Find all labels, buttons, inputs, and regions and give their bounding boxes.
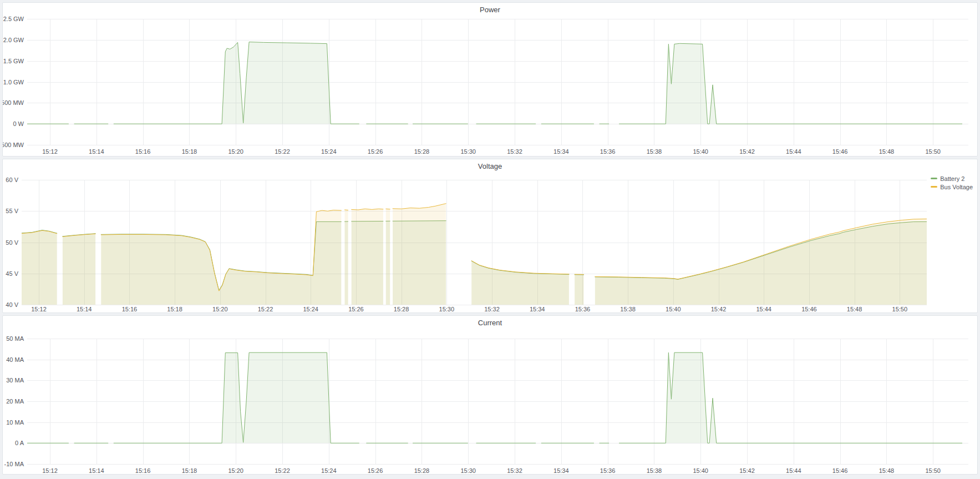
x-axis-tick-label: 15:36 [600, 148, 616, 155]
current-chart-svg: 50 MA40 MA30 MA20 MA10 MA0 A-10 MA15:121… [3, 316, 977, 474]
y-axis-tick-label: 55 V [6, 208, 18, 214]
x-axis-tick-label: 15:24 [321, 467, 337, 474]
x-axis-tick-label: 15:42 [711, 306, 727, 312]
x-axis-tick-label: 15:34 [554, 467, 569, 474]
x-axis-tick-label: 15:38 [620, 306, 636, 312]
y-axis-tick-label: 1.0 GW [3, 79, 24, 85]
x-axis-tick-label: 15:36 [575, 306, 591, 312]
x-axis-tick-label: 15:12 [42, 148, 58, 155]
x-axis-tick-label: 15:46 [801, 306, 817, 312]
x-axis-tick-label: 15:36 [600, 467, 616, 474]
x-axis-tick-label: 15:38 [647, 467, 662, 474]
y-axis-tick-label: 20 MA [6, 398, 24, 405]
x-axis-tick-label: 15:50 [925, 148, 941, 155]
x-axis-tick-label: 15:18 [167, 306, 182, 312]
y-axis-tick-label: 2.0 GW [3, 37, 24, 43]
y-axis-tick-label: 1.5 GW [3, 58, 24, 64]
series-area-current [620, 352, 962, 443]
current-chart[interactable]: 50 MA40 MA30 MA20 MA10 MA0 A-10 MA15:121… [3, 316, 977, 474]
y-axis-tick-label: 0 W [13, 120, 24, 127]
grafana-dashboard: { "page": { "background": "#eff1f4" }, "… [0, 0, 980, 479]
y-axis-tick-label: 45 V [6, 270, 18, 277]
y-axis-tick-label: 40 MA [6, 356, 24, 363]
power-chart[interactable]: 2.5 GW2.0 GW1.5 GW1.0 GW500 MW0 W-500 MW… [3, 3, 977, 156]
legend-item-battery-2[interactable]: Battery 2 [931, 174, 964, 183]
legend-color-dash-battery-2 [931, 178, 937, 179]
panel-current: Current 50 MA40 MA30 MA20 MA10 MA0 A-10 … [2, 315, 978, 475]
x-axis-tick-label: 15:12 [42, 467, 58, 474]
x-axis-tick-label: 15:20 [228, 148, 243, 155]
series-area-bus-voltage [19, 230, 57, 305]
y-axis-tick-label: -10 MA [4, 461, 24, 467]
legend-item-bus-voltage[interactable]: Bus Voltage [931, 183, 973, 191]
x-axis-tick-label: 15:30 [460, 148, 476, 155]
x-axis-tick-label: 15:14 [77, 306, 92, 312]
x-axis-tick-label: 15:18 [182, 467, 197, 474]
series-area-current [114, 352, 359, 443]
x-axis-tick-label: 15:46 [832, 148, 848, 155]
series-line-bus-voltage [386, 209, 390, 209]
series-area-bus-voltage [393, 204, 446, 305]
x-axis-tick-label: 15:12 [31, 306, 47, 312]
y-axis-tick-label: 30 MA [6, 377, 24, 384]
x-axis-tick-label: 15:24 [321, 148, 337, 155]
voltage-legend: Battery 2Bus Voltage [931, 174, 973, 191]
series-area-bus-voltage [352, 209, 383, 305]
power-chart-svg: 2.5 GW2.0 GW1.5 GW1.0 GW500 MW0 W-500 MW… [3, 3, 977, 156]
x-axis-tick-label: 15:28 [394, 306, 409, 312]
x-axis-tick-label: 15:48 [879, 467, 895, 474]
series-area-bus-voltage [595, 219, 931, 305]
panel-title-voltage: Voltage [3, 162, 977, 171]
x-axis-tick-label: 15:48 [879, 148, 895, 155]
x-axis-tick-label: 15:44 [786, 148, 801, 155]
series-line-bus-voltage [345, 210, 348, 210]
x-axis-tick-label: 15:28 [414, 467, 430, 474]
x-axis-tick-label: 15:44 [786, 467, 801, 474]
series-area-power [114, 42, 359, 124]
x-axis-tick-label: 15:16 [135, 467, 151, 474]
x-axis-tick-label: 15:22 [275, 467, 290, 474]
legend-color-dash-bus-voltage [931, 186, 937, 188]
x-axis-tick-label: 15:30 [439, 306, 455, 312]
x-axis-tick-label: 15:40 [666, 306, 681, 312]
x-axis-tick-label: 15:46 [832, 467, 848, 474]
y-axis-tick-label: 50 MA [6, 335, 24, 342]
x-axis-tick-label: 15:28 [414, 148, 430, 155]
panel-power: Power 2.5 GW2.0 GW1.5 GW1.0 GW500 MW0 W-… [2, 2, 978, 157]
series-area-bus-voltage [386, 209, 390, 305]
y-axis-tick-label: 60 V [6, 177, 18, 183]
x-axis-tick-label: 15:50 [892, 306, 908, 312]
x-axis-tick-label: 15:34 [554, 148, 569, 155]
x-axis-tick-label: 15:22 [258, 306, 273, 312]
y-axis-tick-label: 0 A [15, 440, 24, 446]
x-axis-tick-label: 15:20 [228, 467, 243, 474]
x-axis-tick-label: 15:16 [135, 148, 151, 155]
y-axis-tick-label: 40 V [6, 301, 18, 308]
x-axis-tick-label: 15:26 [368, 148, 383, 155]
legend-label: Battery 2 [940, 175, 964, 182]
x-axis-tick-label: 15:20 [212, 306, 228, 312]
panel-title-current: Current [3, 319, 977, 327]
x-axis-tick-label: 15:22 [275, 148, 290, 155]
voltage-chart[interactable]: 60 V55 V50 V45 V40 V15:1215:1415:1615:18… [3, 159, 977, 312]
x-axis-tick-label: 15:32 [507, 467, 522, 474]
series-area-power [620, 43, 962, 124]
voltage-chart-svg: 60 V55 V50 V45 V40 V15:1215:1415:1615:18… [3, 159, 977, 312]
x-axis-tick-label: 15:32 [484, 306, 500, 312]
x-axis-tick-label: 15:14 [89, 467, 104, 474]
panel-title-power: Power [3, 6, 977, 14]
x-axis-tick-label: 15:24 [303, 306, 318, 312]
y-axis-tick-label: 500 MW [3, 99, 24, 106]
x-axis-tick-label: 15:18 [182, 148, 197, 155]
x-axis-tick-label: 15:34 [530, 306, 545, 312]
x-axis-tick-label: 15:26 [348, 306, 364, 312]
y-axis-tick-label: 2.5 GW [3, 16, 24, 22]
x-axis-tick-label: 15:30 [460, 467, 476, 474]
y-axis-tick-label: -500 MW [3, 142, 24, 148]
x-axis-tick-label: 15:42 [739, 148, 755, 155]
x-axis-tick-label: 15:32 [507, 148, 522, 155]
x-axis-tick-label: 15:42 [739, 467, 755, 474]
x-axis-tick-label: 15:44 [756, 306, 771, 312]
x-axis-tick-label: 15:40 [693, 148, 708, 155]
x-axis-tick-label: 15:16 [122, 306, 138, 312]
